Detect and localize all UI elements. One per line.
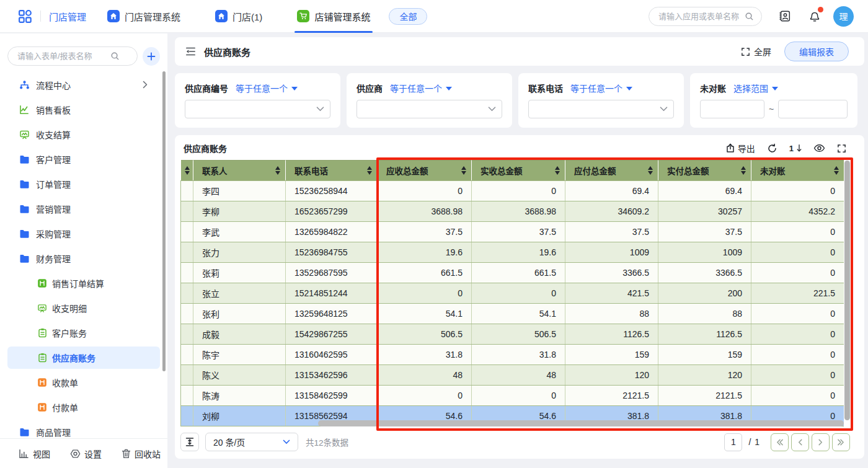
fullscreen-button[interactable]: 全屏 bbox=[741, 45, 771, 58]
collapse-sidebar-icon[interactable] bbox=[185, 46, 196, 56]
refresh-icon[interactable] bbox=[767, 143, 777, 154]
sidebar-footer-回收站[interactable]: 回收站 bbox=[122, 448, 161, 460]
notification-bell-icon[interactable] bbox=[808, 9, 822, 23]
cell-receivable: 3688.98 bbox=[378, 201, 472, 222]
table-row-张立[interactable]: 张立1521485124400421.5200221.5 bbox=[181, 283, 844, 304]
column-header-联系人[interactable]: 联系人 bbox=[193, 161, 286, 181]
sidebar-item-营销管理[interactable]: 营销管理 bbox=[0, 196, 167, 221]
topbar-right: 理 bbox=[649, 6, 868, 27]
sidebar-item-收支结算[interactable]: 收支结算 bbox=[0, 122, 167, 147]
sort-arrows-icon[interactable] bbox=[834, 166, 839, 175]
table-row-张力[interactable]: 张力1523698475519.619.6100910090 bbox=[181, 242, 844, 263]
all-apps-pill[interactable]: 全部 bbox=[389, 8, 427, 25]
caret-down-icon bbox=[626, 87, 632, 91]
column-header-实付总金额[interactable]: 实付总金额 bbox=[658, 161, 751, 181]
cell-unreconciled: 0 bbox=[751, 222, 844, 242]
sort-order-icon[interactable]: 1 bbox=[789, 144, 802, 153]
column-header-stub[interactable] bbox=[181, 161, 193, 181]
column-header-应付总金额[interactable]: 应付总金额 bbox=[565, 161, 658, 181]
cell-received: 506.5 bbox=[472, 324, 565, 345]
sidebar-item-销售订单结算[interactable]: 销售订单结算 bbox=[0, 271, 167, 296]
sort-arrows-icon[interactable] bbox=[461, 166, 466, 175]
sidebar-item-供应商账务[interactable]: 供应商账务 bbox=[0, 345, 167, 370]
cell-contact: 陈宇 bbox=[193, 345, 286, 365]
range-max-input[interactable] bbox=[778, 100, 848, 118]
edit-report-button[interactable]: 编辑报表 bbox=[784, 42, 849, 61]
cell-receivable: 506.5 bbox=[378, 324, 472, 345]
contacts-icon[interactable] bbox=[778, 9, 792, 23]
topbar-divider bbox=[40, 11, 41, 22]
add-form-button[interactable] bbox=[143, 47, 160, 66]
sidebar-footer-视图[interactable]: 视图 bbox=[19, 448, 50, 460]
cell-receivable: 0 bbox=[378, 283, 472, 304]
global-search[interactable] bbox=[649, 7, 762, 26]
horizontal-scrollbar[interactable] bbox=[318, 420, 844, 426]
sidebar-item-客户账务[interactable]: 客户账务 bbox=[0, 320, 167, 345]
last-page-icon[interactable] bbox=[832, 433, 850, 451]
app-tab-1[interactable]: 门店管理系统 bbox=[107, 0, 180, 33]
column-header-联系电话[interactable]: 联系电话 bbox=[286, 161, 378, 181]
sidebar-item-收支明细[interactable]: 收支明细 bbox=[0, 296, 167, 320]
filter-condition[interactable]: 等于任意一个 bbox=[570, 82, 632, 94]
sidebar-item-财务管理[interactable]: 财务管理 bbox=[0, 246, 167, 271]
workspace-name[interactable]: 门店管理 bbox=[49, 10, 86, 23]
clipboard-icon bbox=[37, 328, 47, 338]
sidebar-item-流程中心[interactable]: 流程中心 bbox=[0, 73, 167, 97]
table-row-李柳[interactable]: 李柳165236572993688.983688.9834609.2302574… bbox=[181, 201, 844, 222]
row-density-button[interactable] bbox=[180, 433, 199, 451]
table-row-张利[interactable]: 张利1325964812554.154.188880 bbox=[181, 304, 844, 324]
column-header-实收总金额[interactable]: 实收总金额 bbox=[472, 161, 565, 181]
sidebar-item-客户管理[interactable]: 客户管理 bbox=[0, 147, 167, 172]
column-header-应收总金额[interactable]: 应收总金额 bbox=[378, 161, 472, 181]
table-row-陈涛[interactable]: 陈涛13158462599002121.52121.50 bbox=[181, 386, 844, 406]
filter-select[interactable] bbox=[356, 100, 502, 118]
filter-select[interactable] bbox=[528, 100, 674, 118]
global-search-input[interactable] bbox=[658, 12, 745, 21]
sidebar-item-label: 供应商账务 bbox=[52, 351, 95, 364]
sidebar-scrollbar[interactable] bbox=[162, 71, 166, 371]
table-row-李四[interactable]: 李四152362589440069.469.40 bbox=[181, 181, 844, 201]
sort-arrows-icon[interactable] bbox=[185, 166, 190, 175]
filter-condition[interactable]: 选择范围 bbox=[733, 82, 778, 94]
apps-grid-icon[interactable] bbox=[17, 8, 33, 24]
sort-arrows-icon[interactable] bbox=[741, 166, 746, 175]
folder-icon bbox=[19, 180, 30, 189]
sidebar-item-label: 营销管理 bbox=[36, 203, 71, 215]
sort-arrows-icon[interactable] bbox=[555, 166, 560, 175]
search-icon bbox=[110, 51, 120, 61]
sidebar-item-销售看板[interactable]: 销售看板 bbox=[0, 97, 167, 122]
page-size-select[interactable]: 20 条/页 bbox=[205, 433, 298, 451]
avatar[interactable]: 理 bbox=[833, 6, 854, 27]
filter-select[interactable] bbox=[185, 100, 330, 118]
sidebar-footer-设置[interactable]: 设置 bbox=[70, 448, 102, 460]
table-row-张莉[interactable]: 张莉13529687595661.5661.53366.53366.50 bbox=[181, 263, 844, 283]
first-page-icon[interactable] bbox=[771, 433, 789, 451]
filter-condition[interactable]: 等于任意一个 bbox=[236, 82, 298, 94]
vertical-scrollbar[interactable] bbox=[844, 161, 850, 420]
sidebar-item-采购管理[interactable]: 采购管理 bbox=[0, 221, 167, 246]
app-tab-3[interactable]: 店铺管理系统 bbox=[297, 0, 370, 33]
export-button[interactable]: 导出 bbox=[725, 142, 755, 154]
sort-arrows-icon[interactable] bbox=[648, 166, 653, 175]
sort-arrows-icon[interactable] bbox=[367, 166, 372, 175]
page-number-input[interactable] bbox=[724, 433, 742, 451]
app-tab-2[interactable]: 门店(1) bbox=[215, 0, 262, 33]
sidebar-item-订单管理[interactable]: 订单管理 bbox=[0, 172, 167, 196]
table-row-陈义[interactable]: 陈义1315346259648481201200 bbox=[181, 365, 844, 386]
next-page-icon[interactable] bbox=[812, 433, 830, 451]
table-row-李武[interactable]: 李武1326598482237.537.537.537.50 bbox=[181, 222, 844, 242]
sidebar-item-收款单[interactable]: 收款单 bbox=[0, 370, 167, 395]
column-header-未对账[interactable]: 未对账 bbox=[751, 161, 844, 181]
form-search-input[interactable] bbox=[17, 51, 110, 61]
form-search[interactable] bbox=[7, 46, 138, 66]
sort-arrows-icon[interactable] bbox=[275, 166, 280, 175]
sidebar-item-付款单[interactable]: 付款单 bbox=[0, 395, 167, 420]
range-min-input[interactable] bbox=[700, 100, 764, 118]
table-row-成毅[interactable]: 成毅15429867255506.5506.51126.51126.50 bbox=[181, 324, 844, 345]
table-row-陈宇[interactable]: 陈宇1316046259531.831.81591590 bbox=[181, 345, 844, 365]
prev-page-icon[interactable] bbox=[791, 433, 809, 451]
table-fullscreen-icon[interactable] bbox=[837, 144, 846, 153]
filter-condition[interactable]: 等于任意一个 bbox=[390, 82, 452, 94]
sidebar-item-label: 收款单 bbox=[52, 376, 78, 389]
eye-icon[interactable] bbox=[813, 143, 825, 153]
